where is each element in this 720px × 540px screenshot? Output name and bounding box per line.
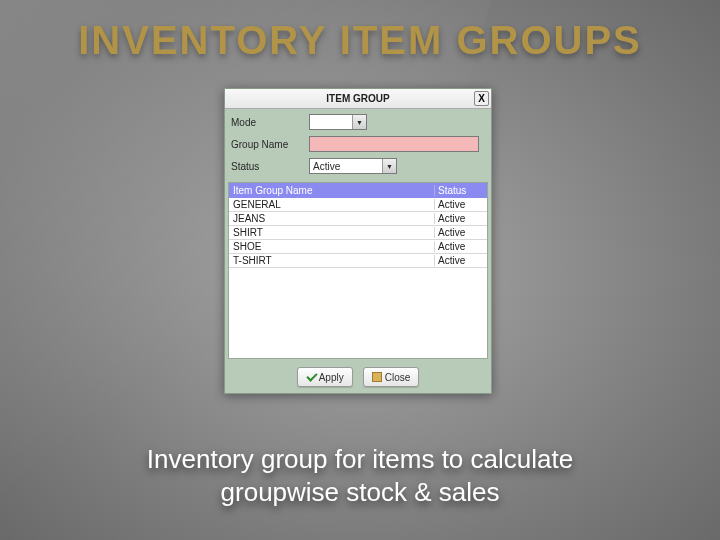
mode-label: Mode — [231, 117, 309, 128]
cell-name: T-SHIRT — [229, 255, 435, 266]
groupname-label: Group Name — [231, 139, 309, 150]
cell-status: Active — [435, 255, 487, 266]
cell-status: Active — [435, 227, 487, 238]
window-title: ITEM GROUP — [326, 93, 389, 104]
folder-icon — [372, 372, 382, 382]
item-group-window: ITEM GROUP X Mode ▼ Group Name Status Ac… — [224, 88, 492, 394]
apply-button[interactable]: Apply — [297, 367, 353, 387]
status-label: Status — [231, 161, 309, 172]
chevron-down-icon: ▼ — [382, 159, 396, 173]
close-icon: X — [478, 93, 485, 104]
table-row[interactable]: SHOE Active — [229, 240, 487, 254]
grid-header-status[interactable]: Status — [435, 185, 487, 196]
cell-status: Active — [435, 241, 487, 252]
button-bar: Apply Close — [225, 363, 491, 393]
window-titlebar: ITEM GROUP X — [225, 89, 491, 109]
groupname-input[interactable] — [309, 136, 479, 152]
cell-name: JEANS — [229, 213, 435, 224]
grid-body: GENERAL Active JEANS Active SHIRT Active… — [229, 198, 487, 358]
mode-select[interactable]: ▼ — [309, 114, 367, 130]
slide-title: INVENTORY ITEM GROUPS — [0, 18, 720, 63]
cell-status: Active — [435, 213, 487, 224]
window-close-button[interactable]: X — [474, 91, 489, 106]
table-row[interactable]: GENERAL Active — [229, 198, 487, 212]
table-row[interactable]: SHIRT Active — [229, 226, 487, 240]
table-row[interactable]: T-SHIRT Active — [229, 254, 487, 268]
cell-status: Active — [435, 199, 487, 210]
status-value: Active — [313, 161, 340, 172]
slide-caption: Inventory group for items to calculate g… — [0, 443, 720, 508]
form-area: Mode ▼ Group Name Status Active ▼ — [225, 109, 491, 181]
check-icon — [306, 372, 316, 382]
cell-name: GENERAL — [229, 199, 435, 210]
caption-line1: Inventory group for items to calculate — [147, 444, 573, 474]
close-label: Close — [385, 372, 411, 383]
table-row[interactable]: JEANS Active — [229, 212, 487, 226]
close-button[interactable]: Close — [363, 367, 420, 387]
apply-label: Apply — [319, 372, 344, 383]
caption-line2: groupwise stock & sales — [221, 477, 500, 507]
cell-name: SHIRT — [229, 227, 435, 238]
mode-row: Mode ▼ — [231, 111, 485, 133]
cell-name: SHOE — [229, 241, 435, 252]
grid-header: Item Group Name Status — [229, 183, 487, 198]
status-row: Status Active ▼ — [231, 155, 485, 177]
groupname-row: Group Name — [231, 133, 485, 155]
grid-header-name[interactable]: Item Group Name — [229, 185, 435, 196]
item-group-grid: Item Group Name Status GENERAL Active JE… — [228, 182, 488, 359]
status-select[interactable]: Active ▼ — [309, 158, 397, 174]
chevron-down-icon: ▼ — [352, 115, 366, 129]
